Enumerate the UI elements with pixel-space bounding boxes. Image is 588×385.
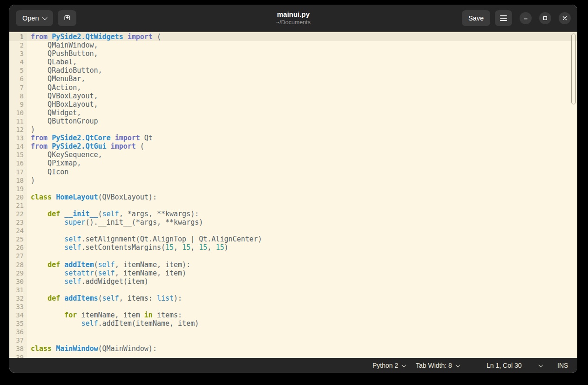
open-button-label: Open	[22, 14, 39, 22]
code-line[interactable]: 13from PySide2.QtCore import Qt	[9, 134, 577, 142]
chevron-down-icon	[539, 363, 543, 367]
header-left-group: Open	[16, 10, 76, 26]
code-text: self.addItem(itemName, item)	[27, 319, 577, 328]
code-line[interactable]: 36	[9, 328, 577, 336]
code-line[interactable]: 7 QAction,	[9, 83, 577, 92]
line-number: 6	[9, 75, 27, 83]
code-line[interactable]: 25 self.setAlignment(Qt.AlignTop | Qt.Al…	[9, 235, 577, 243]
code-editor[interactable]: 1from PySide2.QtWidgets import (2 QMainW…	[9, 32, 577, 358]
line-number: 34	[9, 311, 27, 319]
menu-button[interactable]	[495, 10, 512, 26]
code-line[interactable]: 18)	[9, 176, 577, 185]
code-text: setattr(self, itemName, item)	[27, 269, 577, 277]
code-line[interactable]: 34 for itemName, item in items:	[9, 311, 577, 319]
code-line[interactable]: 10 QWidget,	[9, 109, 577, 117]
code-line[interactable]: 35 self.addItem(itemName, item)	[9, 319, 577, 328]
code-line[interactable]: 5 QRadioButton,	[9, 66, 577, 75]
line-number: 38	[9, 344, 27, 353]
window-maximize-icon	[542, 15, 548, 21]
tab-width-selector[interactable]: Tab Width: 8	[416, 358, 460, 373]
line-number: 4	[9, 58, 27, 66]
code-line[interactable]: 19	[9, 185, 577, 193]
text-editor-window: Open mainui.py ~/Documents Save	[9, 5, 577, 373]
code-line[interactable]: 26 self.setContentsMargins(15, 15, 15, 1…	[9, 243, 577, 252]
code-line[interactable]: 9 QHBoxLayout,	[9, 100, 577, 109]
line-number: 39	[9, 353, 27, 358]
line-number: 30	[9, 277, 27, 286]
code-text: QPixmap,	[27, 159, 577, 167]
window-title-block: mainui.py ~/Documents	[276, 10, 311, 26]
code-line[interactable]: 1from PySide2.QtWidgets import (	[9, 33, 577, 41]
open-button[interactable]: Open	[16, 10, 53, 26]
code-line[interactable]: 33	[9, 302, 577, 311]
code-text: QMenuBar,	[27, 75, 577, 83]
code-line[interactable]: 21	[9, 201, 577, 210]
cursor-position-button[interactable]: Ln 1, Col 30	[487, 358, 522, 373]
code-text: QMainWindow,	[27, 41, 577, 49]
line-number: 20	[9, 193, 27, 201]
line-number: 27	[9, 252, 27, 260]
code-line[interactable]: 32 def addItems(self, items: list):	[9, 294, 577, 302]
new-tab-button[interactable]	[58, 10, 76, 26]
code-line[interactable]: 24	[9, 227, 577, 235]
code-text: QLabel,	[27, 58, 577, 66]
minimize-button[interactable]	[520, 12, 532, 24]
code-line[interactable]: 28 def addItem(self, itemName, item):	[9, 261, 577, 269]
code-text: for itemName, item in items:	[27, 311, 577, 319]
code-line[interactable]: 4 QLabel,	[9, 58, 577, 66]
line-number: 25	[9, 235, 27, 243]
code-text: def addItems(self, items: list):	[27, 294, 577, 302]
save-button[interactable]: Save	[462, 10, 490, 26]
code-line[interactable]: 30 self.addWidget(item)	[9, 277, 577, 286]
line-number: 18	[9, 176, 27, 185]
code-line[interactable]: 37	[9, 336, 577, 344]
code-text: self.setAlignment(Qt.AlignTop | Qt.Align…	[27, 235, 577, 243]
vertical-scrollbar-thumb[interactable]	[571, 34, 576, 104]
code-line[interactable]: 14from PySide2.QtGui import (	[9, 142, 577, 151]
code-text: self.addWidget(item)	[27, 277, 577, 286]
code-line[interactable]: 6 QMenuBar,	[9, 75, 577, 83]
code-line[interactable]: 29 setattr(self, itemName, item)	[9, 269, 577, 277]
code-line[interactable]: 2 QMainWindow,	[9, 41, 577, 49]
line-number: 22	[9, 210, 27, 218]
code-line[interactable]: 22 def __init__(self, *args, **kwargs):	[9, 210, 577, 218]
line-number: 16	[9, 159, 27, 167]
code-text: def __init__(self, *args, **kwargs):	[27, 210, 577, 218]
code-line[interactable]: 39	[9, 353, 577, 358]
code-line[interactable]: 3 QPushButton,	[9, 49, 577, 58]
language-selector[interactable]: Python 2	[372, 358, 406, 373]
line-number: 31	[9, 286, 27, 294]
document-path: ~/Documents	[276, 19, 311, 27]
line-number: 23	[9, 218, 27, 227]
language-label: Python 2	[372, 362, 398, 369]
line-number: 32	[9, 294, 27, 302]
close-button[interactable]	[559, 12, 571, 24]
code-line[interactable]: 27	[9, 252, 577, 260]
code-text: from PySide2.QtGui import (	[27, 142, 577, 151]
code-text	[27, 201, 577, 210]
code-text: )	[27, 125, 577, 134]
line-number: 2	[9, 41, 27, 49]
code-line[interactable]: 11 QButtonGroup	[9, 117, 577, 125]
code-text: self.setContentsMargins(15, 15, 15, 15)	[27, 243, 577, 252]
tab-new-icon	[63, 14, 71, 23]
line-number: 14	[9, 142, 27, 151]
line-number: 37	[9, 336, 27, 344]
maximize-button[interactable]	[539, 12, 551, 24]
cursor-position-label: Ln 1, Col 30	[487, 362, 522, 369]
code-line[interactable]: 16 QPixmap,	[9, 159, 577, 167]
code-line[interactable]: 17 QIcon	[9, 168, 577, 176]
code-text	[27, 227, 577, 235]
line-number: 24	[9, 227, 27, 235]
code-line[interactable]: 15 QKeySequence,	[9, 151, 577, 159]
code-line[interactable]: 23 super().__init__(*args, **kwargs)	[9, 218, 577, 227]
code-line[interactable]: 31	[9, 286, 577, 294]
code-text	[27, 353, 577, 358]
code-line[interactable]: 12)	[9, 125, 577, 134]
code-line[interactable]: 38class MainWindow(QMainWindow):	[9, 344, 577, 353]
code-line[interactable]: 8 QVBoxLayout,	[9, 92, 577, 100]
code-text: QVBoxLayout,	[27, 92, 577, 100]
code-line[interactable]: 20class HomeLayout(QVBoxLayout):	[9, 193, 577, 201]
goto-line-button[interactable]	[539, 358, 542, 373]
code-text: from PySide2.QtCore import Qt	[27, 134, 577, 142]
